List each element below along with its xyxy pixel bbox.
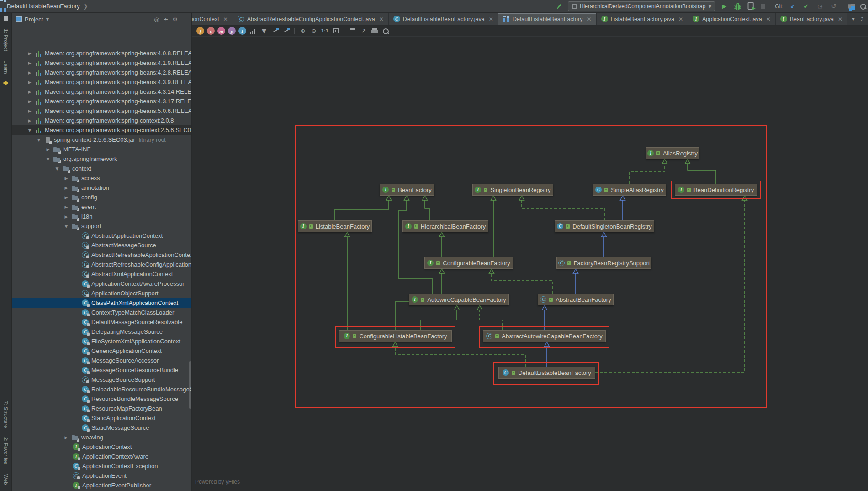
tree-expand-arrow[interactable]: ▶ [27, 99, 32, 104]
show-fields-button[interactable]: f [196, 27, 204, 35]
tree-row[interactable]: ▶Maven: org.springframework:spring-beans… [12, 106, 191, 116]
chevron-down-icon[interactable]: ▼ [46, 17, 49, 21]
build-icon[interactable] [555, 2, 563, 11]
stripe-item-favorites[interactable]: 2: Favorites [3, 437, 9, 464]
run-button[interactable]: ▶ [720, 2, 729, 11]
tree-row[interactable]: CAbstractRefreshableConfigApplicationCon… [12, 260, 191, 269]
tree-collapse-arrow[interactable]: ▼ [55, 166, 59, 171]
tree-expand-arrow[interactable]: ▶ [27, 61, 32, 65]
tree-row[interactable]: ▶Maven: org.springframework:spring-beans… [12, 48, 191, 58]
tree-row[interactable]: ▼spring-context-2.5.6.SEC03.jarlibrary r… [12, 135, 191, 144]
project-structure-icon[interactable] [848, 4, 855, 9]
visibility-level-button[interactable] [249, 27, 257, 35]
tree-row[interactable]: ▶Maven: org.springframework:spring-conte… [12, 116, 191, 125]
tree-expand-arrow[interactable]: ▶ [27, 80, 32, 85]
debug-button[interactable] [733, 2, 742, 11]
git-commit-button[interactable]: ✔ [802, 2, 811, 11]
actual-size-button[interactable]: 1:1 [321, 27, 329, 35]
close-tab-icon[interactable]: ✕ [489, 16, 493, 22]
tree-row[interactable]: ▶Maven: org.springframework:spring-beans… [12, 87, 191, 96]
tree-row[interactable]: ▼org.springframework [12, 154, 191, 164]
tree-row[interactable]: CResourceBundleMessageSource [12, 394, 191, 404]
tree-row[interactable]: CDelegatingMessageSource [12, 327, 191, 336]
close-tab-icon[interactable]: ✕ [678, 16, 683, 22]
tree-row[interactable]: ▶Maven: org.springframework:spring-beans… [12, 58, 191, 68]
tree-row[interactable]: CMessageSourceSupport [12, 375, 191, 384]
tree-expand-arrow[interactable]: ▶ [27, 70, 32, 75]
show-properties-button[interactable]: p [228, 27, 236, 35]
editor-tab[interactable]: CAbstractRefreshableConfigApplicationCon… [233, 13, 389, 25]
tree-row[interactable]: CAbstractApplicationContext [12, 231, 191, 240]
zoom-out-button[interactable]: ⊖ [310, 27, 318, 35]
tree-row[interactable]: CStaticApplicationContext [12, 413, 191, 423]
close-tab-icon[interactable]: ✕ [223, 16, 228, 22]
hidden-tabs-dropdown[interactable]: ▾≡3 [847, 13, 868, 25]
tree-expand-arrow[interactable]: ▶ [64, 214, 69, 219]
tree-row[interactable]: CMessageSourceAccessor [12, 356, 191, 365]
tree-row[interactable]: CApplicationObjectSupport [12, 288, 191, 298]
collapse-all-button[interactable]: ÷ [163, 16, 168, 23]
diagram-canvas[interactable]: IAliasRegistryIBeanFactoryISingletonBean… [192, 37, 868, 491]
project-tool-icon[interactable] [3, 16, 9, 21]
tree-row[interactable]: CContextTypeMatchClassLoader [12, 308, 191, 317]
save-diagram-button[interactable] [349, 27, 357, 35]
print-button[interactable] [370, 27, 379, 35]
tree-row[interactable]: ▶access [12, 173, 191, 183]
find-button[interactable] [381, 27, 390, 35]
tree-row[interactable]: ▼support [12, 221, 191, 231]
tree-row[interactable]: CAbstractRefreshableApplicationContext [12, 250, 191, 260]
tree-row[interactable]: IApplicationContextAware [12, 452, 191, 461]
tree-expand-arrow[interactable]: ▶ [27, 118, 32, 123]
tree-row[interactable]: ▶weaving [12, 432, 191, 442]
rollback-button[interactable]: ↺ [829, 2, 838, 11]
project-view-title[interactable]: Project [25, 16, 43, 23]
hide-panel-button[interactable]: — [182, 16, 188, 23]
tree-row[interactable]: IApplicationEventPublisher [12, 480, 191, 490]
editor-tab[interactable]: mlApplicationContext✕ [192, 13, 233, 25]
tree-row[interactable]: ▶Maven: org.springframework:spring-beans… [12, 96, 191, 106]
tree-row[interactable]: ▶annotation [12, 183, 191, 192]
show-methods-button[interactable]: m [217, 27, 225, 35]
close-tab-icon[interactable]: ✕ [587, 16, 591, 22]
tree-row[interactable]: ▼Maven: org.springframework:spring-conte… [12, 125, 191, 135]
show-constructors-button[interactable]: c [207, 27, 215, 35]
tree-expand-arrow[interactable]: ▶ [27, 109, 32, 113]
breadcrumb[interactable]: DefaultListableBeanFactory ❯ [0, 3, 88, 10]
filter-button[interactable]: ▼ [260, 27, 268, 35]
tree-scrollbar[interactable] [189, 361, 191, 409]
stop-button[interactable] [761, 4, 765, 9]
tree-row[interactable]: ▶META-INF [12, 144, 191, 154]
tree-row[interactable]: ▼context [12, 164, 191, 173]
edge-creation-mode-button[interactable] [271, 27, 279, 35]
tree-row[interactable]: CStaticMessageSource [12, 423, 191, 432]
settings-gear-icon[interactable]: ⚙ [172, 16, 178, 23]
tree-row[interactable]: ▶i18n [12, 212, 191, 221]
editor-tab[interactable]: CDefaultListableBeanFactory.java✕ [389, 13, 498, 25]
history-button[interactable]: ◷ [815, 2, 825, 11]
editor-tab[interactable]: IBeanFactory.java✕ [776, 13, 847, 25]
stripe-item-web[interactable]: Web [3, 474, 9, 485]
editor-tab[interactable]: IApplicationContext.java✕ [688, 13, 776, 25]
tree-expand-arrow[interactable]: ▶ [27, 90, 32, 94]
tree-row[interactable]: CFileSystemXmlApplicationContext [12, 336, 191, 346]
tree-row[interactable]: CApplicationContextAwareProcessor [12, 279, 191, 288]
editor-tab[interactable]: DefaultListableBeanFactory✕ [498, 13, 597, 25]
stripe-item-structure[interactable]: 7: Structure [3, 401, 9, 428]
tree-collapse-arrow[interactable]: ▼ [64, 224, 69, 229]
tree-expand-arrow[interactable]: ▶ [64, 176, 69, 181]
close-tab-icon[interactable]: ✕ [838, 16, 842, 22]
fit-content-button[interactable] [332, 27, 340, 35]
tree-row[interactable]: CResourceMapFactoryBean [12, 404, 191, 413]
tree-row[interactable]: ▶event [12, 202, 191, 212]
tree-row[interactable]: ▶Maven: org.springframework:spring-beans… [12, 68, 191, 77]
tree-row[interactable]: CApplicationEvent [12, 471, 191, 480]
tree-row[interactable]: IApplicationContext [12, 442, 191, 452]
run-with-coverage-button[interactable] [747, 2, 756, 11]
show-inner-classes-button[interactable]: I [238, 27, 246, 35]
tree-expand-arrow[interactable]: ▶ [27, 51, 32, 56]
tree-expand-arrow[interactable]: ▶ [64, 186, 69, 190]
tree-collapse-arrow[interactable]: ▼ [37, 138, 41, 142]
export-button[interactable]: ↗ [360, 27, 368, 35]
tree-row[interactable]: CDefaultMessageSourceResolvable [12, 317, 191, 327]
tree-expand-arrow[interactable]: ▶ [64, 435, 69, 440]
